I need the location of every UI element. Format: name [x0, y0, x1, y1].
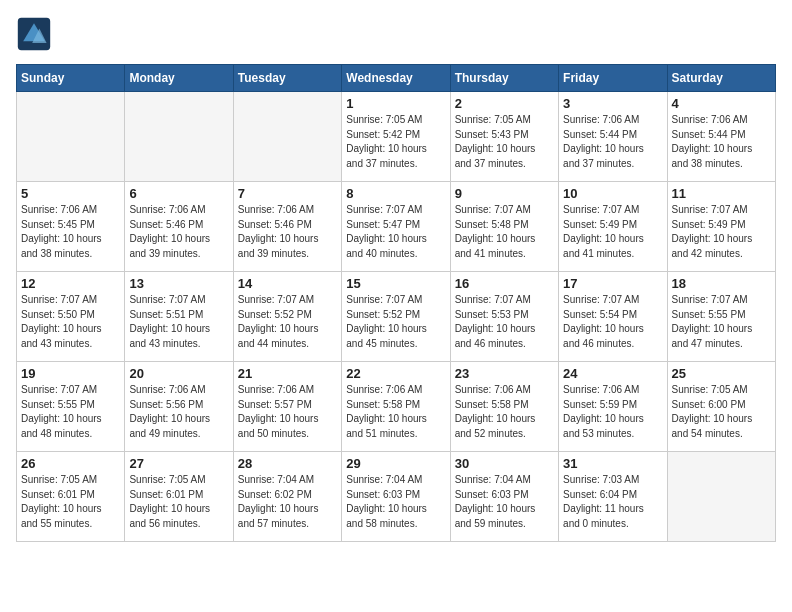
calendar-cell: [17, 92, 125, 182]
day-info: Sunrise: 7:07 AM Sunset: 5:53 PM Dayligh…: [455, 293, 554, 351]
calendar-cell: 19Sunrise: 7:07 AM Sunset: 5:55 PM Dayli…: [17, 362, 125, 452]
day-number: 16: [455, 276, 554, 291]
week-row-3: 12Sunrise: 7:07 AM Sunset: 5:50 PM Dayli…: [17, 272, 776, 362]
day-info: Sunrise: 7:04 AM Sunset: 6:03 PM Dayligh…: [346, 473, 445, 531]
day-info: Sunrise: 7:06 AM Sunset: 5:57 PM Dayligh…: [238, 383, 337, 441]
calendar-cell: 15Sunrise: 7:07 AM Sunset: 5:52 PM Dayli…: [342, 272, 450, 362]
day-number: 1: [346, 96, 445, 111]
day-info: Sunrise: 7:07 AM Sunset: 5:52 PM Dayligh…: [346, 293, 445, 351]
calendar-cell: 14Sunrise: 7:07 AM Sunset: 5:52 PM Dayli…: [233, 272, 341, 362]
day-info: Sunrise: 7:07 AM Sunset: 5:50 PM Dayligh…: [21, 293, 120, 351]
day-number: 23: [455, 366, 554, 381]
logo: [16, 16, 56, 52]
weekday-sunday: Sunday: [17, 65, 125, 92]
calendar-cell: [667, 452, 775, 542]
day-number: 10: [563, 186, 662, 201]
day-number: 13: [129, 276, 228, 291]
day-number: 4: [672, 96, 771, 111]
logo-icon: [16, 16, 52, 52]
calendar-cell: [233, 92, 341, 182]
day-number: 28: [238, 456, 337, 471]
calendar-cell: 20Sunrise: 7:06 AM Sunset: 5:56 PM Dayli…: [125, 362, 233, 452]
weekday-monday: Monday: [125, 65, 233, 92]
calendar-cell: 24Sunrise: 7:06 AM Sunset: 5:59 PM Dayli…: [559, 362, 667, 452]
calendar-cell: 17Sunrise: 7:07 AM Sunset: 5:54 PM Dayli…: [559, 272, 667, 362]
calendar-cell: 25Sunrise: 7:05 AM Sunset: 6:00 PM Dayli…: [667, 362, 775, 452]
day-info: Sunrise: 7:07 AM Sunset: 5:55 PM Dayligh…: [21, 383, 120, 441]
day-info: Sunrise: 7:05 AM Sunset: 6:01 PM Dayligh…: [129, 473, 228, 531]
calendar-cell: 11Sunrise: 7:07 AM Sunset: 5:49 PM Dayli…: [667, 182, 775, 272]
day-number: 8: [346, 186, 445, 201]
calendar-cell: 8Sunrise: 7:07 AM Sunset: 5:47 PM Daylig…: [342, 182, 450, 272]
calendar-cell: 6Sunrise: 7:06 AM Sunset: 5:46 PM Daylig…: [125, 182, 233, 272]
calendar-table: SundayMondayTuesdayWednesdayThursdayFrid…: [16, 64, 776, 542]
day-info: Sunrise: 7:06 AM Sunset: 5:58 PM Dayligh…: [455, 383, 554, 441]
day-number: 3: [563, 96, 662, 111]
calendar-cell: 12Sunrise: 7:07 AM Sunset: 5:50 PM Dayli…: [17, 272, 125, 362]
page-header: [16, 16, 776, 52]
day-info: Sunrise: 7:06 AM Sunset: 5:59 PM Dayligh…: [563, 383, 662, 441]
day-info: Sunrise: 7:05 AM Sunset: 5:43 PM Dayligh…: [455, 113, 554, 171]
calendar-cell: 27Sunrise: 7:05 AM Sunset: 6:01 PM Dayli…: [125, 452, 233, 542]
calendar-cell: 7Sunrise: 7:06 AM Sunset: 5:46 PM Daylig…: [233, 182, 341, 272]
calendar-cell: [125, 92, 233, 182]
day-number: 19: [21, 366, 120, 381]
day-number: 20: [129, 366, 228, 381]
day-info: Sunrise: 7:06 AM Sunset: 5:46 PM Dayligh…: [129, 203, 228, 261]
day-info: Sunrise: 7:07 AM Sunset: 5:49 PM Dayligh…: [672, 203, 771, 261]
day-number: 18: [672, 276, 771, 291]
day-number: 22: [346, 366, 445, 381]
day-info: Sunrise: 7:07 AM Sunset: 5:47 PM Dayligh…: [346, 203, 445, 261]
weekday-wednesday: Wednesday: [342, 65, 450, 92]
calendar-cell: 3Sunrise: 7:06 AM Sunset: 5:44 PM Daylig…: [559, 92, 667, 182]
day-number: 17: [563, 276, 662, 291]
calendar-cell: 4Sunrise: 7:06 AM Sunset: 5:44 PM Daylig…: [667, 92, 775, 182]
day-number: 27: [129, 456, 228, 471]
calendar-cell: 10Sunrise: 7:07 AM Sunset: 5:49 PM Dayli…: [559, 182, 667, 272]
day-info: Sunrise: 7:06 AM Sunset: 5:44 PM Dayligh…: [672, 113, 771, 171]
calendar-cell: 26Sunrise: 7:05 AM Sunset: 6:01 PM Dayli…: [17, 452, 125, 542]
day-info: Sunrise: 7:07 AM Sunset: 5:52 PM Dayligh…: [238, 293, 337, 351]
calendar-cell: 5Sunrise: 7:06 AM Sunset: 5:45 PM Daylig…: [17, 182, 125, 272]
calendar-cell: 18Sunrise: 7:07 AM Sunset: 5:55 PM Dayli…: [667, 272, 775, 362]
week-row-2: 5Sunrise: 7:06 AM Sunset: 5:45 PM Daylig…: [17, 182, 776, 272]
day-number: 30: [455, 456, 554, 471]
day-number: 9: [455, 186, 554, 201]
day-info: Sunrise: 7:04 AM Sunset: 6:03 PM Dayligh…: [455, 473, 554, 531]
day-info: Sunrise: 7:07 AM Sunset: 5:49 PM Dayligh…: [563, 203, 662, 261]
day-info: Sunrise: 7:07 AM Sunset: 5:48 PM Dayligh…: [455, 203, 554, 261]
week-row-4: 19Sunrise: 7:07 AM Sunset: 5:55 PM Dayli…: [17, 362, 776, 452]
weekday-header-row: SundayMondayTuesdayWednesdayThursdayFrid…: [17, 65, 776, 92]
day-number: 14: [238, 276, 337, 291]
week-row-5: 26Sunrise: 7:05 AM Sunset: 6:01 PM Dayli…: [17, 452, 776, 542]
day-info: Sunrise: 7:05 AM Sunset: 6:01 PM Dayligh…: [21, 473, 120, 531]
calendar-cell: 21Sunrise: 7:06 AM Sunset: 5:57 PM Dayli…: [233, 362, 341, 452]
day-number: 26: [21, 456, 120, 471]
weekday-thursday: Thursday: [450, 65, 558, 92]
day-number: 2: [455, 96, 554, 111]
calendar-cell: 2Sunrise: 7:05 AM Sunset: 5:43 PM Daylig…: [450, 92, 558, 182]
day-number: 31: [563, 456, 662, 471]
day-info: Sunrise: 7:06 AM Sunset: 5:58 PM Dayligh…: [346, 383, 445, 441]
day-number: 5: [21, 186, 120, 201]
day-number: 15: [346, 276, 445, 291]
day-info: Sunrise: 7:06 AM Sunset: 5:44 PM Dayligh…: [563, 113, 662, 171]
day-info: Sunrise: 7:06 AM Sunset: 5:56 PM Dayligh…: [129, 383, 228, 441]
day-number: 11: [672, 186, 771, 201]
weekday-tuesday: Tuesday: [233, 65, 341, 92]
day-info: Sunrise: 7:06 AM Sunset: 5:45 PM Dayligh…: [21, 203, 120, 261]
calendar-cell: 1Sunrise: 7:05 AM Sunset: 5:42 PM Daylig…: [342, 92, 450, 182]
day-info: Sunrise: 7:05 AM Sunset: 6:00 PM Dayligh…: [672, 383, 771, 441]
day-info: Sunrise: 7:07 AM Sunset: 5:55 PM Dayligh…: [672, 293, 771, 351]
day-number: 24: [563, 366, 662, 381]
day-info: Sunrise: 7:05 AM Sunset: 5:42 PM Dayligh…: [346, 113, 445, 171]
day-info: Sunrise: 7:07 AM Sunset: 5:51 PM Dayligh…: [129, 293, 228, 351]
day-number: 12: [21, 276, 120, 291]
weekday-friday: Friday: [559, 65, 667, 92]
day-number: 21: [238, 366, 337, 381]
day-number: 6: [129, 186, 228, 201]
day-number: 25: [672, 366, 771, 381]
calendar-cell: 9Sunrise: 7:07 AM Sunset: 5:48 PM Daylig…: [450, 182, 558, 272]
day-info: Sunrise: 7:03 AM Sunset: 6:04 PM Dayligh…: [563, 473, 662, 531]
day-number: 7: [238, 186, 337, 201]
